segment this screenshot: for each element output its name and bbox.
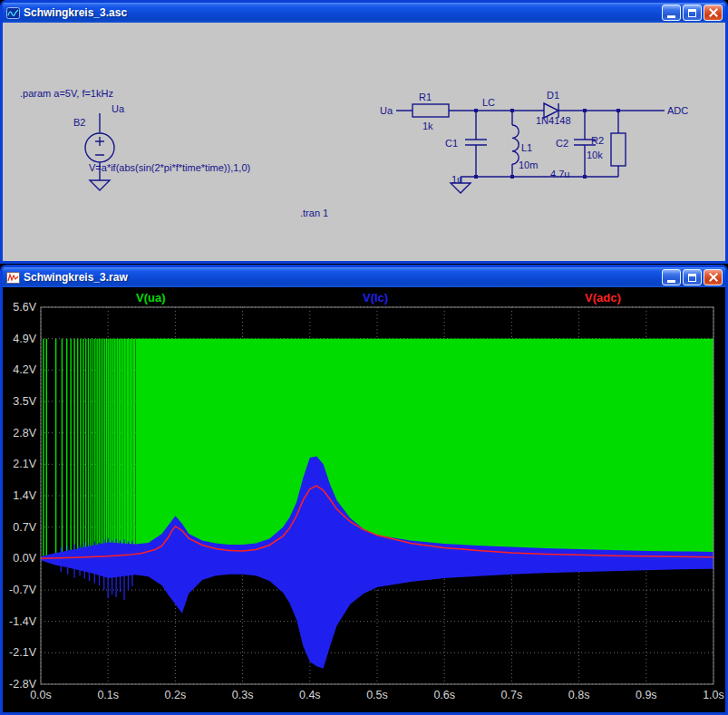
minimize-icon <box>667 280 675 283</box>
x-axis-label: 0.2s <box>165 689 187 701</box>
x-axis-label: 0.3s <box>232 689 254 701</box>
y-axis-label: 2.1V <box>13 458 36 470</box>
component-b2-ref[interactable]: B2 <box>73 117 85 128</box>
component-c2-value[interactable]: 4.7u <box>550 169 569 179</box>
x-axis-label: 0.5s <box>366 689 388 701</box>
waveform-titlebar[interactable]: Schwingkreis_3.raw <box>3 267 725 287</box>
close-button[interactable] <box>704 5 723 21</box>
schematic-window-title: Schwingkreis_3.asc <box>24 6 658 19</box>
x-axis-label: 0.4s <box>299 689 321 701</box>
close-icon <box>709 273 718 282</box>
legend-vua[interactable]: V(ua) <box>136 291 166 304</box>
component-c1[interactable]: C1 1u <box>445 111 487 185</box>
junction-dot <box>583 175 587 179</box>
component-d1[interactable]: D1 1N4148 <box>536 90 571 126</box>
component-l1[interactable]: L1 10m <box>512 111 538 177</box>
y-axis-label: -2.1V <box>9 646 37 659</box>
x-axis-label: 0.7s <box>501 689 523 701</box>
net-label-ua-input[interactable]: Ua <box>380 105 393 116</box>
waveform-canvas[interactable]: 5.6V4.9V4.2V3.5V2.8V2.1V1.4V0.7V0.0V-0.7… <box>3 287 725 712</box>
waveform-file-icon <box>6 271 20 285</box>
junction-dot <box>474 175 478 179</box>
y-axis-label: 2.8V <box>13 427 36 440</box>
ground-symbol[interactable] <box>90 180 110 190</box>
close-icon <box>709 8 718 17</box>
waveform-plot[interactable]: 5.6V4.9V4.2V3.5V2.8V2.1V1.4V0.7V0.0V-0.7… <box>3 287 725 712</box>
y-axis-label: 1.4V <box>13 489 36 502</box>
y-axis-label: -0.7V <box>9 584 37 596</box>
x-axis-label: 0.6s <box>433 689 455 701</box>
minimize-icon <box>667 15 675 18</box>
y-axis-label: 4.2V <box>13 363 36 376</box>
component-r2-ref[interactable]: R2 <box>591 135 604 146</box>
y-axis-label: 0.7V <box>13 521 36 534</box>
junction-dot <box>510 109 514 112</box>
x-axis-label: 0.9s <box>636 689 657 701</box>
component-l1-value[interactable]: 10m <box>519 159 538 170</box>
x-axis-label: 0.1s <box>97 689 119 701</box>
maximize-icon <box>688 274 696 282</box>
y-axis-label: 4.9V <box>13 333 36 345</box>
component-l1-ref[interactable]: L1 <box>521 142 532 153</box>
trace-vua[interactable] <box>136 339 713 559</box>
net-label-ua-source[interactable]: Ua <box>112 103 125 114</box>
component-r2[interactable]: R2 10k <box>587 111 626 177</box>
minimize-button[interactable] <box>662 5 681 21</box>
component-b2-value[interactable]: V=a*if(abs(sin(2*pi*f*time*time)),1,0) <box>89 162 250 173</box>
legend-vadc[interactable]: V(adc) <box>585 291 621 304</box>
component-c1-ref[interactable]: C1 <box>445 138 458 149</box>
y-axis-label: 0.0V <box>13 552 36 565</box>
waveform-window-title: Schwingkreis_3.raw <box>24 271 658 284</box>
maximize-icon <box>688 9 696 17</box>
net-label-lc[interactable]: LC <box>482 97 495 108</box>
legend-vlc[interactable]: V(lc) <box>363 291 388 304</box>
component-d1-value[interactable]: 1N4148 <box>536 115 571 126</box>
schematic-titlebar[interactable]: Schwingkreis_3.asc <box>3 3 725 23</box>
close-button[interactable] <box>704 269 723 285</box>
net-label-adc[interactable]: ADC <box>667 105 688 116</box>
junction-dot <box>583 109 587 112</box>
minimize-button[interactable] <box>662 269 681 285</box>
schematic-canvas[interactable]: .param a=5V, f=1kHz .tran 1 Ua B2 V=a*if… <box>3 23 725 261</box>
directive-tran[interactable]: .tran 1 <box>300 208 328 218</box>
rlc-circuit: Ua R1 1k LC <box>380 90 688 193</box>
component-r1-ref[interactable]: R1 <box>419 92 432 102</box>
component-b2[interactable]: Ua B2 V=a*if(abs(sin(2*pi*f*time*time)),… <box>73 103 250 180</box>
ltspice-workspace: Schwingkreis_3.asc .param a=5V, f=1kHz .… <box>0 0 728 715</box>
component-d1-ref[interactable]: D1 <box>547 90 559 101</box>
component-c2-ref[interactable]: C2 <box>556 138 568 149</box>
schematic-drawing: .param a=5V, f=1kHz .tran 1 Ua B2 V=a*if… <box>3 23 725 261</box>
component-r2-value[interactable]: 10k <box>587 150 603 160</box>
junction-dot <box>616 109 620 112</box>
directive-param[interactable]: .param a=5V, f=1kHz <box>20 88 113 99</box>
x-axis-label: 0.8s <box>568 689 590 701</box>
component-r1-value[interactable]: 1k <box>422 121 433 131</box>
y-axis-label: 3.5V <box>13 395 36 408</box>
maximize-button[interactable] <box>683 5 702 21</box>
y-axis-label: 5.6V <box>13 301 36 314</box>
component-r1[interactable]: R1 1k <box>413 92 449 131</box>
waveform-window: Schwingkreis_3.raw 5.6V4.9V4.2V3.5V2.8V2… <box>0 265 728 715</box>
x-axis-label: 0.0s <box>30 689 52 701</box>
schematic-window: Schwingkreis_3.asc .param a=5V, f=1kHz .… <box>0 0 728 264</box>
junction-dot <box>474 109 478 112</box>
x-axis-label: 1.0s <box>703 689 724 701</box>
y-axis-label: -1.4V <box>9 615 37 628</box>
maximize-button[interactable] <box>683 269 702 285</box>
schematic-file-icon <box>6 6 20 20</box>
junction-dot <box>510 175 514 179</box>
